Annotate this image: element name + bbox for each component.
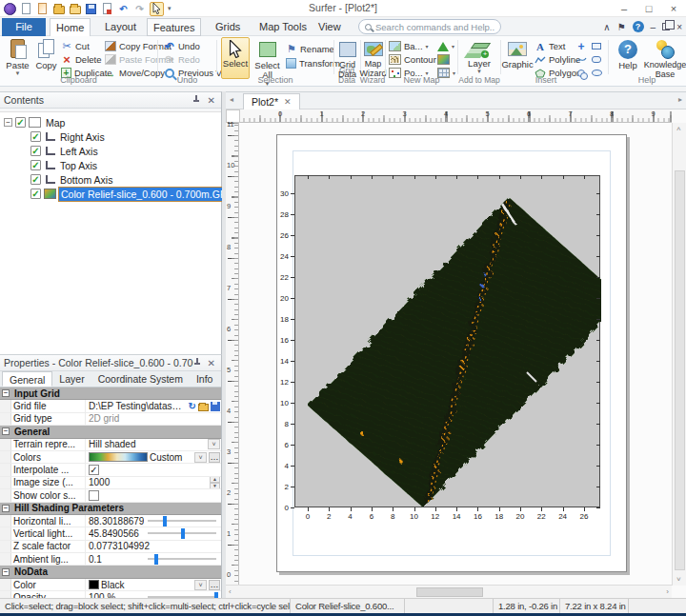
insert-graphic-button[interactable]: Graphic [502,37,533,79]
delete-button[interactable]: Delete [61,53,101,66]
slider-thumb[interactable] [154,554,158,565]
tree-item-top-axis[interactable]: ✓Top Axis [0,158,221,172]
scroll-up-icon[interactable]: ˄ [676,125,681,133]
tab-scroll-left-icon[interactable]: ◂ [230,95,233,104]
rename-button[interactable]: Rename [286,43,334,55]
tab-layout[interactable]: Layout [99,18,142,36]
tab-scroll-right-icon[interactable]: ▸ [678,95,682,104]
mdi-close-icon[interactable]: × [676,22,682,32]
cut-button[interactable]: Cut [61,40,90,52]
tab-map-tools[interactable]: Map Tools [253,18,313,36]
tree-item-bottom-axis[interactable]: ✓Bottom Axis [0,172,221,187]
copy-format-button[interactable]: Copy Format [105,40,172,52]
tree-expander-icon[interactable]: − [4,118,12,127]
pin-panel-icon[interactable] [192,95,200,105]
insert-polyline-button[interactable]: Polyline [535,53,580,66]
minimize-button[interactable]: – [612,0,636,17]
document-tab-close-icon[interactable]: ✕ [284,97,292,107]
section-expander-icon[interactable]: − [2,568,10,576]
insert-rectangle-button[interactable] [591,40,602,52]
dropdown-arrow-icon[interactable]: ˅ [194,452,207,463]
vertical-scrollbar[interactable]: ˄ ˅ [672,123,686,586]
close-properties-icon[interactable]: ✕ [208,358,215,368]
slider-track[interactable] [148,558,216,560]
tree-item-left-axis[interactable]: ✓Left Axis [0,144,221,158]
visibility-checkbox[interactable]: ✓ [30,160,41,170]
visibility-checkbox[interactable]: ✓ [30,131,41,142]
section-expander-icon[interactable]: − [2,505,10,512]
tab-view[interactable]: View [313,18,347,36]
copy-button[interactable]: Copy [33,37,59,79]
help-button[interactable]: ? Help [614,37,642,79]
add-layer-button[interactable]: Layer▼ [464,37,494,79]
dropdown-arrow-icon[interactable]: ˅ [208,439,220,449]
redo-button[interactable]: Redo [164,53,200,66]
insert-rounded-rectangle-button[interactable] [591,53,602,66]
colormap-swatch[interactable] [89,452,148,462]
prop-checkbox[interactable] [89,490,99,501]
scroll-down-icon[interactable]: ˅ [676,575,681,584]
close-button[interactable]: × [661,0,686,17]
dropdown-arrow-icon[interactable]: ˅ [194,580,207,590]
document-tab-plot2[interactable]: Plot2* ✕ [243,93,300,109]
horizontal-scroll-thumb[interactable] [416,587,483,597]
colormap-edit-button[interactable]: … [209,452,220,463]
new-base-map-button[interactable]: Ba...▾ [389,40,429,52]
visibility-checkbox[interactable]: ✓ [30,174,41,185]
tree-item-map[interactable]: −✓Map [0,115,221,129]
slider-thumb[interactable] [163,516,167,527]
insert-spline-button[interactable] [575,53,587,66]
mdi-minimize-icon[interactable]: – [651,22,656,32]
spinner-arrows[interactable]: ▲▼ [210,477,220,488]
visibility-checkbox[interactable]: ✓ [30,146,41,156]
tab-home[interactable]: Home [50,18,91,36]
select-button[interactable]: Select [221,37,250,79]
map-wizard-button[interactable]: Map Wizard [361,37,385,79]
close-panel-icon[interactable]: ✕ [208,95,215,106]
prop-checkbox[interactable]: ✓ [89,465,99,475]
slider-thumb[interactable] [181,528,185,539]
map-plot-frame[interactable] [294,175,600,507]
tab-general[interactable]: General [2,371,52,387]
tree-item-right-axis[interactable]: ✓Right Axis [0,129,221,144]
mdi-restore-icon[interactable] [662,23,670,30]
tab-coordinate-system[interactable]: Coordinate System [91,371,190,387]
search-input[interactable]: Search commands and Help... [358,19,501,34]
flag-icon[interactable]: ⚑ [617,22,626,32]
tab-file[interactable]: File [2,18,46,36]
knowledge-base-button[interactable]: Knowledge Base [644,37,686,79]
insert-ellipse-button[interactable] [591,67,602,79]
grid-file-reload-icon[interactable] [189,401,196,411]
color-relief-map[interactable] [295,176,601,508]
pin-ribbon-icon[interactable]: ∧ [603,22,610,32]
new-3d-surface-button[interactable]: ▾ [437,40,454,52]
undo-button[interactable]: Undo [164,40,200,52]
new-contour-map-button[interactable]: Contour [389,53,436,66]
tab-features[interactable]: Features [147,18,201,36]
visibility-checkbox[interactable]: ✓ [15,117,26,128]
tree-item-color-relief-slice-0-600-0-700m-grd[interactable]: ✓Color Relief-slice_0.600 - 0.700m.GRD [0,187,221,201]
pin-properties-icon[interactable] [193,358,200,368]
section-expander-icon[interactable]: − [2,389,10,397]
tab-info[interactable]: Info [190,371,220,387]
tab-layer[interactable]: Layer [52,371,91,387]
horizontal-scrollbar[interactable]: ‹ › [226,585,672,598]
section-expander-icon[interactable]: − [2,427,10,435]
slider-track[interactable] [148,532,216,534]
color-edit-button[interactable]: … [209,580,220,590]
slider-track[interactable] [148,520,216,522]
grid-file-save-icon[interactable] [211,402,220,411]
maximize-button[interactable]: □ [636,0,661,17]
vertical-scroll-thumb[interactable] [675,170,685,570]
insert-text-button[interactable]: Text [535,40,565,52]
tab-grids[interactable]: Grids [210,18,246,36]
visibility-checkbox[interactable]: ✓ [30,189,41,199]
scroll-left-icon[interactable]: ‹ [229,587,232,596]
grid-file-browse-icon[interactable] [198,404,209,411]
new-color-relief-button[interactable] [437,53,450,66]
insert-symbol-button[interactable] [575,40,587,52]
paste-button[interactable]: Paste▼ [4,37,31,79]
scroll-right-icon[interactable]: › [666,587,669,596]
help-icon[interactable]: ? [633,21,644,32]
select-all-button[interactable]: Select All▼ [252,37,283,79]
